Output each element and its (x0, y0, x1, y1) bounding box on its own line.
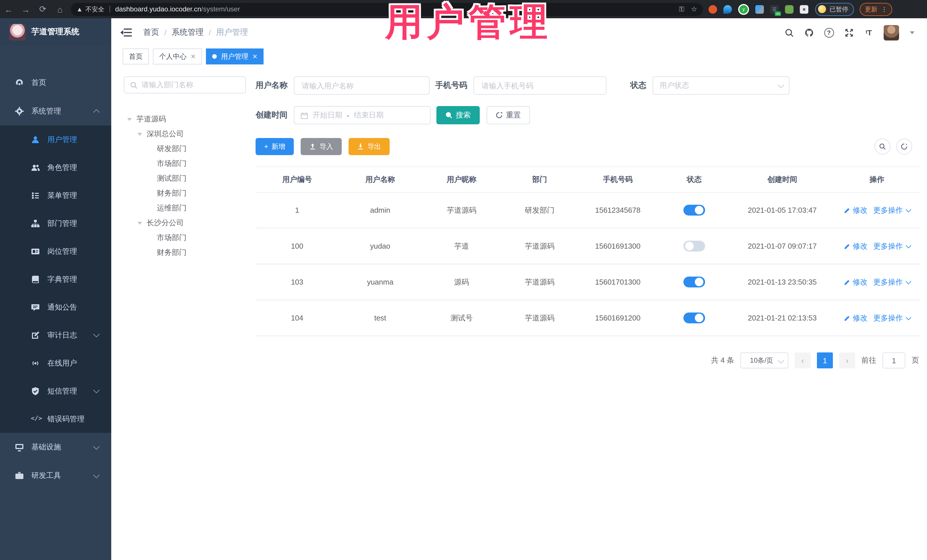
fullscreen-icon[interactable] (844, 27, 854, 38)
browser-back-icon[interactable]: ← (0, 4, 17, 14)
extension-squares-icon[interactable] (755, 5, 764, 14)
breadcrumb-system[interactable]: 系统管理 (172, 27, 204, 38)
dept-tree-node[interactable]: 芋道源码 (124, 112, 249, 127)
sidebar-menu-item[interactable]: 审计日志 (0, 321, 111, 349)
date-range-picker[interactable]: 开始日期 - 结束日期 (294, 106, 431, 124)
dept-tree-node[interactable]: 长沙分公司 (124, 216, 249, 231)
extension-green-y-icon[interactable]: y (738, 4, 749, 15)
tab-user-management[interactable]: 用户管理✕ (206, 49, 264, 64)
total-count: 共 4 条 (711, 355, 734, 366)
edit-link[interactable]: 修改 (844, 241, 868, 251)
dept-search-input[interactable]: 请输入部门名称 (124, 76, 246, 94)
dept-tree-node[interactable]: 市场部门 (124, 156, 249, 171)
app-logo[interactable]: 芋道管理系统 (0, 18, 111, 46)
dept-tree-node[interactable]: 测试部门 (124, 171, 249, 186)
collapse-sidebar-icon[interactable] (122, 29, 132, 36)
edit-link[interactable]: 修改 (844, 205, 868, 215)
sidebar-menu-item[interactable]: 部门管理 (0, 209, 111, 237)
extension-blue-drop-icon[interactable] (723, 5, 732, 14)
export-button[interactable]: 导出 (348, 138, 390, 155)
chevron-icon (93, 109, 100, 115)
sidebar-item-label: 系统管理 (31, 106, 61, 116)
reset-button[interactable]: 重置 (486, 106, 530, 124)
dept-tree-label: 财务部门 (157, 188, 187, 199)
sidebar-menu-item[interactable]: 首页 (0, 68, 111, 97)
extension-list-icon[interactable]: ☰on (770, 5, 779, 14)
extensions-puzzle-icon[interactable]: ■ (800, 5, 808, 14)
more-actions-link[interactable]: 更多操作 (873, 277, 910, 287)
close-icon[interactable]: ✕ (190, 53, 196, 60)
browser-home-icon[interactable]: ⌂ (51, 4, 68, 14)
password-key-icon[interactable]: ⚿ (679, 5, 684, 13)
sidebar-menu-item[interactable]: 在线用户 (0, 349, 111, 377)
status-select[interactable]: 用户状态 (653, 76, 790, 95)
page-1-button[interactable]: 1 (817, 352, 833, 369)
not-secure-warning[interactable]: ▲不安全 (76, 5, 104, 14)
status-toggle[interactable] (684, 241, 705, 252)
font-size-icon[interactable]: ᵗT (864, 27, 874, 38)
breadcrumb-home[interactable]: 首页 (143, 27, 159, 38)
sidebar-menu-item[interactable]: 系统管理 (0, 97, 111, 126)
address-bar[interactable]: ▲不安全 dashboard.yudao.iocoder.cn/system/u… (71, 3, 703, 16)
sidebar-menu-item[interactable]: 短信管理 (0, 377, 111, 405)
username-input[interactable] (294, 76, 430, 95)
tree-caret-icon[interactable] (137, 222, 142, 225)
goto-page-input[interactable]: 1 (883, 352, 905, 369)
dept-tree-node[interactable]: 运维部门 (124, 201, 249, 216)
status-toggle[interactable] (684, 276, 705, 287)
add-button[interactable]: +新增 (255, 138, 294, 155)
extension-orange-icon[interactable] (708, 5, 717, 14)
cell-nickname: 测试号 (422, 300, 502, 336)
sidebar-menu-item[interactable]: 用户管理 (0, 126, 111, 153)
browser-menu-icon[interactable]: ⋮ (881, 8, 887, 11)
dept-tree-node[interactable]: 深圳总公司 (124, 127, 249, 141)
tab-profile[interactable]: 个人中心✕ (153, 49, 202, 64)
sidebar-menu-item[interactable]: </> 错误码管理 (0, 405, 111, 433)
user-avatar[interactable] (884, 25, 899, 40)
import-button[interactable]: 导入 (301, 138, 342, 155)
cell-user-id: 103 (255, 264, 339, 300)
more-actions-link[interactable]: 更多操作 (873, 205, 910, 215)
dept-search-placeholder: 请输入部门名称 (141, 80, 193, 90)
mobile-input[interactable] (474, 76, 606, 95)
dept-tree-node[interactable]: 市场部门 (124, 231, 249, 245)
tree-caret-icon[interactable] (127, 118, 132, 121)
sidebar-menu-item[interactable]: 研发工具 (0, 461, 111, 490)
toggle-search-button[interactable] (874, 138, 891, 155)
sidebar-menu-item[interactable]: 基础设施 (0, 433, 111, 461)
search-button[interactable]: 搜索 (436, 106, 480, 124)
search-icon[interactable] (784, 27, 794, 38)
edit-link[interactable]: 修改 (844, 277, 868, 287)
profile-paused-badge[interactable]: 已暂停 (815, 3, 854, 16)
avatar-dropdown-icon[interactable] (910, 31, 915, 34)
tab-home[interactable]: 首页 (123, 49, 149, 64)
sidebar-menu-item[interactable]: 字典管理 (0, 265, 111, 293)
sidebar-menu-item[interactable]: 角色管理 (0, 153, 111, 181)
status-toggle[interactable] (684, 313, 705, 323)
dept-tree-node[interactable]: 财务部门 (124, 186, 249, 201)
prev-page-button[interactable]: ‹ (795, 352, 811, 369)
tree-caret-icon[interactable] (137, 133, 142, 135)
browser-reload-icon[interactable]: ⟳ (34, 4, 51, 14)
github-icon[interactable] (804, 27, 814, 38)
refresh-table-button[interactable] (896, 138, 912, 155)
browser-update-button[interactable]: 更新 ⋮ (860, 3, 892, 16)
close-icon[interactable]: ✕ (252, 53, 257, 60)
next-page-button[interactable]: › (839, 352, 855, 369)
sidebar-menu-item[interactable]: 菜单管理 (0, 181, 111, 209)
help-icon[interactable]: ? (824, 27, 834, 38)
extension-green-key-icon[interactable] (785, 5, 793, 14)
chevron-down-icon (778, 82, 784, 88)
dept-tree-node[interactable]: 研发部门 (124, 141, 249, 156)
edit-link[interactable]: 修改 (844, 313, 868, 323)
goto-label: 前往 (862, 355, 876, 366)
dept-tree-node[interactable]: 财务部门 (124, 245, 249, 260)
more-actions-link[interactable]: 更多操作 (873, 241, 910, 251)
page-size-select[interactable]: 10条/页 (740, 352, 789, 369)
sidebar-menu-item[interactable]: 岗位管理 (0, 237, 111, 265)
bookmark-star-icon[interactable]: ☆ (691, 5, 697, 13)
sidebar-menu-item[interactable]: 通知公告 (0, 293, 111, 321)
browser-forward-icon[interactable]: → (17, 4, 34, 14)
more-actions-link[interactable]: 更多操作 (873, 313, 910, 323)
status-toggle[interactable] (684, 205, 705, 216)
